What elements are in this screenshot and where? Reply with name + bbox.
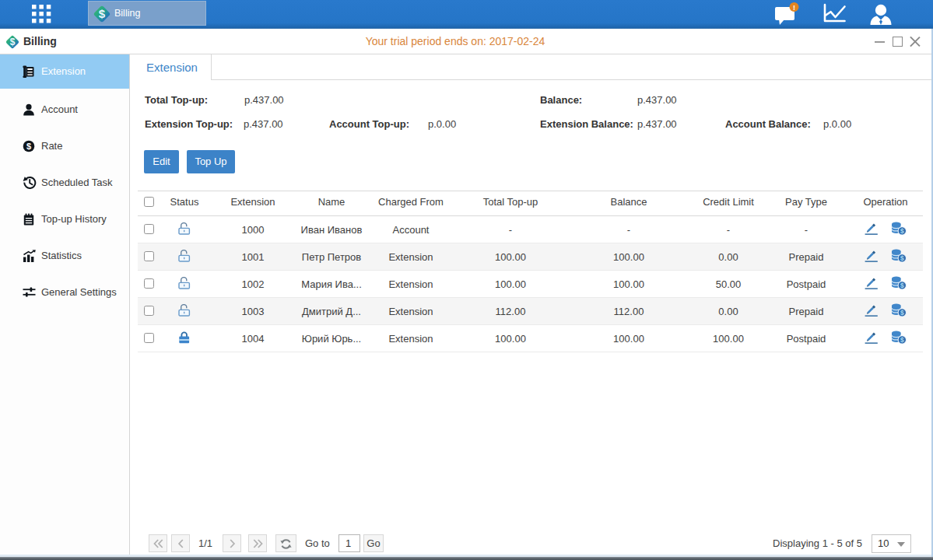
svg-text:$: $ [99,7,106,20]
svg-text:$: $ [900,254,904,262]
svg-text:$: $ [10,37,16,47]
svg-text:!: ! [793,4,795,12]
svg-text:$: $ [900,309,904,317]
svg-text:$: $ [900,282,904,289]
svg-text:$: $ [26,142,31,151]
svg-text:$: $ [900,227,904,235]
svg-text:$: $ [900,336,904,344]
